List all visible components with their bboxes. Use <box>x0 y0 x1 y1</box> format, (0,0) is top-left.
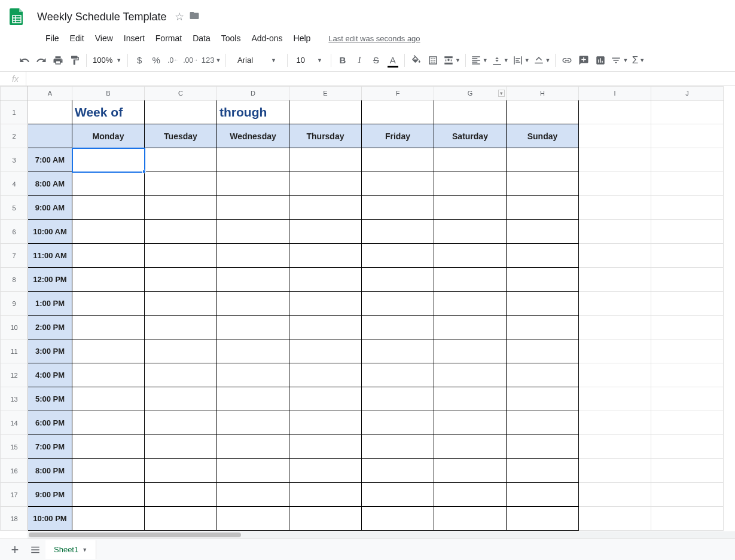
cell-h14[interactable] <box>507 411 579 435</box>
cell-f10[interactable] <box>362 316 434 339</box>
add-sheet-button[interactable]: + <box>5 540 25 542</box>
strikethrough-button[interactable]: S <box>368 53 384 68</box>
cell-j8[interactable] <box>651 268 724 292</box>
functions-button[interactable]: Σ▼ <box>630 53 646 68</box>
cell-b11[interactable] <box>72 339 145 363</box>
horizontal-align-button[interactable]: ▼ <box>469 53 489 68</box>
paint-format-button[interactable] <box>67 53 83 68</box>
redo-button[interactable] <box>33 53 49 68</box>
cell-f5[interactable] <box>362 196 434 220</box>
row-header-3[interactable]: 3 <box>1 148 28 172</box>
cell-a13[interactable]: 5:00 PM <box>28 387 72 411</box>
move-folder-icon[interactable] <box>189 10 200 23</box>
cell-h9[interactable] <box>507 292 579 316</box>
menu-insert[interactable]: Insert <box>119 31 150 45</box>
cell-h1[interactable] <box>507 100 579 124</box>
cell-a2[interactable] <box>28 124 72 148</box>
cell-e12[interactable] <box>289 363 362 387</box>
filter-button[interactable]: ▼ <box>609 53 629 68</box>
menu-edit[interactable]: Edit <box>65 31 89 45</box>
cell-d2[interactable]: Wednesday <box>217 124 289 148</box>
cell-b3[interactable] <box>72 148 145 172</box>
cell-d15[interactable] <box>217 435 289 459</box>
cell-b14[interactable] <box>72 411 145 435</box>
doc-title[interactable]: Weekly Schedule Template <box>33 10 170 25</box>
cell-j2[interactable] <box>651 124 724 148</box>
cell-e13[interactable] <box>289 387 362 411</box>
cell-d6[interactable] <box>217 220 289 244</box>
font-size-select[interactable]: 10▼ <box>291 53 327 68</box>
cell-a3[interactable]: 7:00 AM <box>28 148 72 172</box>
cell-i8[interactable] <box>579 268 651 292</box>
row-header-5[interactable]: 5 <box>1 196 28 220</box>
cell-c10[interactable] <box>145 316 217 339</box>
cell-g9[interactable] <box>434 292 507 316</box>
cell-h2[interactable]: Sunday <box>507 124 579 148</box>
borders-button[interactable] <box>425 53 441 68</box>
row-header-4[interactable]: 4 <box>1 172 28 196</box>
cell-f2[interactable]: Friday <box>362 124 434 148</box>
currency-button[interactable]: $ <box>132 53 147 68</box>
cell-d18[interactable] <box>217 507 289 531</box>
cell-a6[interactable]: 10:00 AM <box>28 220 72 244</box>
vertical-align-button[interactable]: ▼ <box>490 53 510 68</box>
cell-a7[interactable]: 11:00 AM <box>28 244 72 268</box>
cell-e6[interactable] <box>289 220 362 244</box>
cell-e9[interactable] <box>289 292 362 316</box>
row-header-10[interactable]: 10 <box>1 316 28 339</box>
cell-i10[interactable] <box>579 316 651 339</box>
print-button[interactable] <box>50 53 66 68</box>
cell-d16[interactable] <box>217 459 289 483</box>
zoom-select[interactable]: 100%▼ <box>90 53 124 68</box>
cell-g2[interactable]: Saturday <box>434 124 507 148</box>
cell-a5[interactable]: 9:00 AM <box>28 196 72 220</box>
cell-e17[interactable] <box>289 483 362 507</box>
cell-i7[interactable] <box>579 244 651 268</box>
cell-f12[interactable] <box>362 363 434 387</box>
increase-decimal-button[interactable]: .00→ <box>182 53 199 68</box>
cell-d8[interactable] <box>217 268 289 292</box>
cell-b10[interactable] <box>72 316 145 339</box>
cell-a9[interactable]: 1:00 PM <box>28 292 72 316</box>
cell-f7[interactable] <box>362 244 434 268</box>
cell-c17[interactable] <box>145 483 217 507</box>
cell-j15[interactable] <box>651 435 724 459</box>
cell-a1[interactable] <box>28 100 72 124</box>
undo-button[interactable] <box>17 53 32 68</box>
text-color-button[interactable]: A <box>385 53 401 68</box>
font-select[interactable]: Arial▼ <box>230 53 283 68</box>
bold-button[interactable]: B <box>335 53 350 68</box>
cell-g4[interactable] <box>434 172 507 196</box>
cell-d14[interactable] <box>217 411 289 435</box>
insert-link-button[interactable] <box>559 53 575 68</box>
col-header-j[interactable]: J <box>651 87 724 100</box>
cell-h13[interactable] <box>507 387 579 411</box>
text-wrap-button[interactable]: ▼ <box>511 53 531 68</box>
cell-d1[interactable]: through <box>217 100 289 124</box>
cell-i17[interactable] <box>579 483 651 507</box>
cell-h10[interactable] <box>507 316 579 339</box>
cell-c2[interactable]: Tuesday <box>145 124 217 148</box>
cell-a10[interactable]: 2:00 PM <box>28 316 72 339</box>
cell-d3[interactable] <box>217 148 289 172</box>
row-header-8[interactable]: 8 <box>1 268 28 292</box>
cell-a18[interactable]: 10:00 PM <box>28 507 72 531</box>
cell-a8[interactable]: 12:00 PM <box>28 268 72 292</box>
cell-j16[interactable] <box>651 459 724 483</box>
cell-e4[interactable] <box>289 172 362 196</box>
col-header-d[interactable]: D <box>217 87 289 100</box>
menu-tools[interactable]: Tools <box>216 31 246 45</box>
merge-cells-button[interactable]: ▼ <box>442 53 462 68</box>
row-header-14[interactable]: 14 <box>1 411 28 435</box>
cell-f1[interactable] <box>362 100 434 124</box>
row-header-16[interactable]: 16 <box>1 459 28 483</box>
cell-d4[interactable] <box>217 172 289 196</box>
cell-d10[interactable] <box>217 316 289 339</box>
menu-format[interactable]: Format <box>151 31 187 45</box>
cell-d7[interactable] <box>217 244 289 268</box>
cell-g1[interactable] <box>434 100 507 124</box>
cell-i9[interactable] <box>579 292 651 316</box>
row-header-18[interactable]: 18 <box>1 507 28 531</box>
cell-f8[interactable] <box>362 268 434 292</box>
cell-a12[interactable]: 4:00 PM <box>28 363 72 387</box>
